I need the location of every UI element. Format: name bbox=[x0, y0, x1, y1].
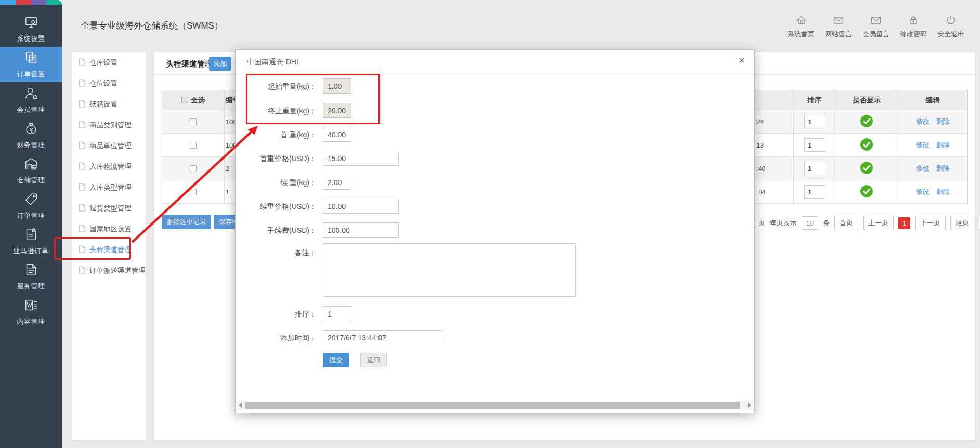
tag-icon bbox=[23, 191, 39, 209]
pagination: 1 页 每页展示 条 首页 上一页 1 下一页 尾页 1 bbox=[753, 216, 980, 230]
topnav-label: 系统首页 bbox=[788, 30, 815, 39]
col-edit-label: 编辑 bbox=[926, 96, 940, 105]
topnav-label: 会员留言 bbox=[863, 30, 890, 39]
mail-icon bbox=[832, 14, 845, 28]
handling-fee-input[interactable] bbox=[323, 222, 399, 238]
top-nav: 系统首页 网站留言 会员留言 修改密码 安全退出 bbox=[782, 14, 970, 39]
submenu-item-carton-settings[interactable]: 纸箱设置 bbox=[72, 94, 146, 115]
remark-textarea[interactable] bbox=[323, 243, 576, 297]
row-checkbox[interactable] bbox=[190, 118, 197, 125]
horizontal-scrollbar[interactable] bbox=[237, 401, 753, 410]
sidebar-item-content-management[interactable]: 内容管理 bbox=[0, 294, 62, 330]
additional-weight-price-input[interactable] bbox=[323, 199, 399, 214]
additional-weight-input[interactable] bbox=[323, 175, 351, 190]
sidebar-item-amazon-orders[interactable]: 亚马逊订单 bbox=[0, 223, 62, 259]
close-icon[interactable]: × bbox=[739, 55, 745, 65]
per-page-input[interactable] bbox=[802, 216, 818, 230]
row-time-fragment: 26 bbox=[756, 118, 764, 126]
sidebar-item-order-management[interactable]: 订单管理 bbox=[0, 188, 62, 223]
end-weight-input[interactable] bbox=[323, 103, 351, 118]
last-page-button[interactable]: 尾页 bbox=[950, 216, 974, 230]
row-checkbox[interactable] bbox=[190, 142, 197, 149]
select-all-checkbox[interactable] bbox=[181, 97, 188, 103]
document-edit-icon bbox=[23, 227, 39, 244]
col-visible-label: 是否显示 bbox=[853, 96, 881, 105]
submenu-item-inbound-logistics[interactable]: 入库物流管理 bbox=[72, 156, 146, 177]
scroll-left-icon[interactable] bbox=[239, 403, 242, 408]
row-checkbox[interactable] bbox=[190, 189, 197, 195]
first-weight-price-input[interactable] bbox=[323, 151, 399, 166]
channel-edit-modal: 中国南通仓-DHL × 起始重量(kg)： 终止重量(kg)： 首 重(kg)：… bbox=[235, 49, 755, 413]
first-weight-label: 首 重(kg)： bbox=[236, 127, 317, 142]
submenu-item-return-type[interactable]: 退货类型管理 bbox=[72, 198, 146, 219]
visible-check-icon bbox=[860, 161, 873, 176]
secondary-menu: 仓库设置 仓位设置 纸箱设置 商品类别管理 商品单位管理 入库物流管理 入库类型… bbox=[71, 52, 146, 441]
sidebar-item-service-management[interactable]: 服务管理 bbox=[0, 259, 62, 294]
next-page-button[interactable]: 下一页 bbox=[915, 216, 946, 230]
brand-stripe bbox=[0, 0, 62, 5]
submit-button[interactable]: 提交 bbox=[323, 353, 349, 367]
submenu-item-first-leg-channel[interactable]: 头程渠道管理 bbox=[72, 240, 146, 260]
scroll-right-icon[interactable] bbox=[748, 403, 751, 408]
delete-link[interactable]: 删除 bbox=[936, 187, 950, 196]
row-time-fragment: :04 bbox=[756, 188, 766, 196]
submenu-item-product-unit[interactable]: 商品单位管理 bbox=[72, 136, 146, 156]
modify-link[interactable]: 修改 bbox=[916, 187, 930, 196]
delete-link[interactable]: 删除 bbox=[936, 164, 950, 173]
scrollbar-thumb[interactable] bbox=[245, 402, 740, 409]
select-all-label: 全选 bbox=[191, 96, 205, 105]
submenu-item-warehouse-settings[interactable]: 仓库设置 bbox=[72, 52, 146, 73]
submenu-item-bin-settings[interactable]: 仓位设置 bbox=[72, 73, 146, 94]
submenu-label: 退货类型管理 bbox=[89, 204, 132, 213]
topnav-label: 修改密码 bbox=[900, 30, 927, 39]
row-sort-input[interactable] bbox=[804, 115, 825, 128]
topnav-home[interactable]: 系统首页 bbox=[782, 14, 820, 39]
delete-link[interactable]: 删除 bbox=[936, 117, 950, 126]
sidebar-item-order-settings[interactable]: 订单设置 bbox=[0, 47, 62, 82]
add-button[interactable]: 添加 bbox=[209, 57, 231, 71]
monitor-gear-icon bbox=[23, 15, 39, 32]
topnav-member-messages[interactable]: 会员留言 bbox=[857, 14, 895, 39]
sidebar-item-warehouse-management[interactable]: 仓储管理 bbox=[0, 153, 62, 188]
current-page-badge[interactable]: 1 bbox=[898, 217, 910, 229]
topnav-change-password[interactable]: 修改密码 bbox=[895, 14, 932, 39]
row-id: 1 bbox=[226, 188, 229, 196]
row-sort-input[interactable] bbox=[804, 185, 825, 199]
submenu-label: 头程渠道管理 bbox=[89, 245, 132, 255]
modify-link[interactable]: 修改 bbox=[916, 117, 930, 126]
delete-link[interactable]: 删除 bbox=[936, 140, 950, 150]
topnav-site-messages[interactable]: 网站留言 bbox=[820, 14, 857, 39]
first-weight-input[interactable] bbox=[323, 127, 351, 142]
money-bag-icon bbox=[23, 121, 39, 138]
document-icon bbox=[79, 183, 85, 192]
row-sort-input[interactable] bbox=[804, 162, 825, 175]
sidebar-item-label: 订单设置 bbox=[17, 70, 45, 79]
topnav-label: 网站留言 bbox=[825, 30, 852, 39]
submenu-label: 仓库设置 bbox=[89, 58, 117, 68]
submenu-item-country-region[interactable]: 国家地区设置 bbox=[72, 219, 146, 240]
delete-selected-button[interactable]: 删除选中记录 bbox=[162, 215, 211, 229]
add-time-label: 添加时间： bbox=[236, 330, 317, 346]
sidebar-item-finance-management[interactable]: 财务管理 bbox=[0, 117, 62, 153]
add-time-input[interactable] bbox=[323, 330, 441, 345]
col-sort-label: 排序 bbox=[807, 96, 821, 105]
submenu-item-product-category[interactable]: 商品类别管理 bbox=[72, 115, 146, 136]
row-sort-input[interactable] bbox=[804, 138, 825, 152]
back-button[interactable]: 返回 bbox=[360, 353, 387, 367]
prev-page-button[interactable]: 上一页 bbox=[863, 216, 894, 230]
topnav-logout[interactable]: 安全退出 bbox=[932, 14, 970, 39]
modify-link[interactable]: 修改 bbox=[916, 164, 930, 173]
submenu-item-order-delivery-channel[interactable]: 订单派送渠道管理 bbox=[72, 260, 146, 281]
sort-input[interactable] bbox=[323, 306, 351, 321]
home-icon bbox=[795, 14, 807, 28]
first-page-button[interactable]: 首页 bbox=[834, 216, 858, 230]
sidebar-item-member-management[interactable]: 会员管理 bbox=[0, 82, 62, 117]
topnav-label: 安全退出 bbox=[937, 30, 964, 39]
start-weight-input[interactable] bbox=[323, 78, 351, 94]
submenu-item-inbound-type[interactable]: 入库类型管理 bbox=[72, 177, 146, 198]
app-title: 全景专业级海外仓储系统（SWMS） bbox=[81, 20, 223, 32]
modify-link[interactable]: 修改 bbox=[916, 140, 930, 150]
sidebar-item-system-settings[interactable]: 系统设置 bbox=[0, 11, 62, 47]
row-checkbox[interactable] bbox=[190, 165, 197, 172]
sidebar-item-label: 亚马逊订单 bbox=[14, 246, 49, 256]
